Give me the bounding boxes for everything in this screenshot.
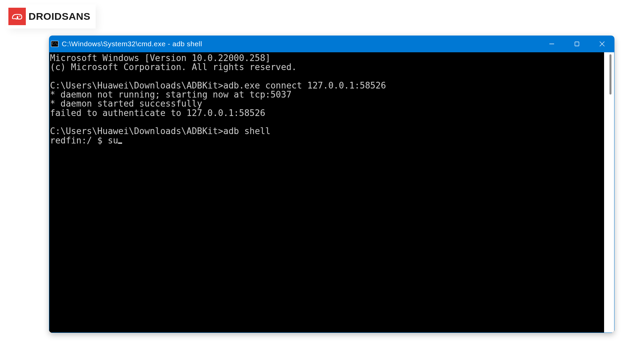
maximize-icon [575,42,579,46]
close-icon [599,41,605,47]
minimize-icon [549,42,554,46]
brand-logo: DROIDSANS [7,4,96,28]
minimize-button[interactable] [539,36,564,52]
svg-rect-2 [575,42,579,46]
maximize-button[interactable] [564,36,589,52]
terminal-area[interactable]: Microsoft Windows [Version 10.0.22000.25… [49,52,614,333]
close-button[interactable] [589,36,614,52]
window-controls [539,36,614,52]
cmd-window: C:\. C:\Windows\System32\cmd.exe - adb s… [49,36,614,333]
svg-point-0 [19,16,20,17]
scrollbar-thumb[interactable] [609,54,611,95]
text-cursor [118,142,122,144]
cmd-icon: C:\. [51,41,58,47]
window-title: C:\Windows\System32\cmd.exe - adb shell [62,40,202,48]
droid-icon [11,12,23,21]
brand-logo-text: DROIDSANS [29,11,91,22]
terminal-input-line: redfin:/ $ su [50,136,613,145]
window-titlebar[interactable]: C:\. C:\Windows\System32\cmd.exe - adb s… [49,36,614,52]
shell-input: su [108,135,118,145]
brand-logo-icon [8,8,26,25]
scrollbar-track[interactable] [604,52,614,333]
terminal-output: Microsoft Windows [Version 10.0.22000.25… [50,54,613,136]
shell-prompt: redfin:/ $ [50,135,108,145]
